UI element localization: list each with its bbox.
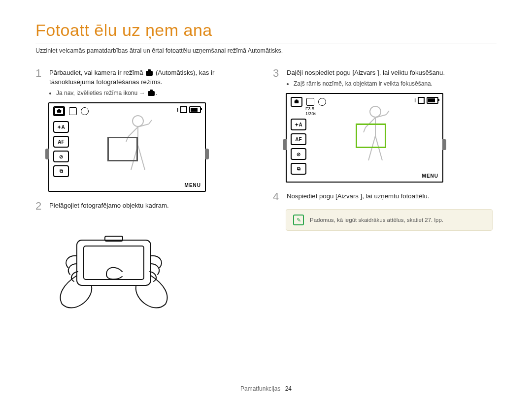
step-4: 4 Nospiediet pogu [Aizvars ], lai uzņemt… (273, 191, 497, 202)
battery-icon (189, 106, 201, 113)
step-3: 3 Daļēji nospiediet pogu [Aizvars ], lai… (273, 68, 497, 88)
slider-tab-left (45, 149, 49, 159)
slider-tab-right (205, 149, 209, 159)
battery-icon (427, 97, 438, 104)
flash-auto-icon: ✦A (53, 121, 69, 133)
step-text: Nospiediet pogu [Aizvars ], lai uzņemtu … (287, 191, 497, 201)
footer-section: Pamatfunkcijas (240, 385, 280, 392)
menu-label: MENU (185, 183, 201, 188)
drive-icon: ⧉ (53, 165, 69, 177)
shutter-value: 1/30s (305, 112, 316, 117)
hands-holding-camera-illustration (48, 216, 176, 315)
card-icon (180, 106, 187, 113)
timer-off-icon: ⊘ (291, 148, 306, 160)
step3-bullet: Zaļš rāmis nozīmē, ka objektam ir veikta… (294, 80, 497, 87)
slider-tab-left (283, 139, 287, 150)
footer-page-number: 24 (285, 385, 292, 392)
mode-camera-icon (291, 97, 302, 107)
step1-text-a: Pārbaudiet, vai kamera ir režīmā (49, 69, 145, 76)
camera-icon (148, 91, 155, 96)
exposure-readout: F3.5 1/30s (305, 107, 316, 117)
step-number: 1 (35, 68, 44, 97)
timer-off-icon: ⊘ (53, 151, 69, 162)
step-number: 4 (273, 191, 282, 202)
step-text: Pārbaudiet, vai kamera ir režīmā (Automā… (49, 68, 259, 87)
mode-icon (306, 98, 314, 106)
step1-bullet: Ja nav, izvēlieties režīma ikonu → . (56, 90, 259, 96)
step-2: 2 Pielāgojiet fotografējamo objektu kadr… (35, 201, 259, 212)
intro-text: Uzziniet veicamās pamatdarbības ātrai un… (35, 47, 497, 54)
note-text: Padomus, kā iegūt skaidrākus attēlus, sk… (310, 217, 443, 223)
af-icon: AF (291, 133, 306, 145)
lcd-side-icons: ✦A AF ⊘ ⧉ (53, 121, 69, 177)
title-rule (35, 43, 497, 43)
slider-tab-right (442, 139, 446, 150)
left-column: 1 Pārbaudiet, vai kamera ir režīmā (Auto… (35, 68, 259, 315)
step-number: 3 (273, 68, 282, 88)
lcd-preview-1: I ✦A AF ⊘ ⧉ (48, 102, 259, 192)
lcd-preview-2: F3.5 1/30s I ✦A AF ⊘ ⧉ (286, 93, 497, 183)
right-column: 3 Daļēji nospiediet pogu [Aizvars ], lai… (273, 68, 497, 315)
menu-label: MENU (422, 173, 438, 179)
step-text: Daļēji nospiediet pogu [Aizvars ], lai v… (287, 68, 497, 77)
card-icon (418, 97, 425, 104)
step1-bullet-text: Ja nav, izvēlieties režīma ikonu → (56, 90, 147, 96)
camera-icon (146, 71, 153, 76)
af-icon: AF (53, 136, 69, 148)
step-text: Pielāgojiet fotografējamo objektu kadram… (49, 201, 259, 210)
focus-frame (107, 137, 138, 161)
svg-rect-2 (84, 246, 144, 279)
flash-auto-icon: ✦A (291, 119, 306, 130)
svg-point-0 (133, 116, 143, 126)
step-number: 2 (35, 201, 44, 212)
bracket-icon: I (414, 98, 416, 103)
bracket-icon: I (177, 107, 178, 113)
note-icon: ✎ (293, 215, 304, 225)
mode-icon (69, 107, 77, 115)
page-title: Fotoatt ēlu uz ņem ana (35, 21, 497, 40)
focus-frame-locked (356, 123, 386, 148)
svg-point-4 (370, 106, 381, 117)
drive-icon: ⧉ (291, 163, 306, 175)
page-footer: Pamatfunkcijas 24 (0, 385, 532, 392)
mode-icon (318, 98, 326, 106)
mode-camera-icon (53, 106, 65, 116)
lcd-side-icons: ✦A AF ⊘ ⧉ (291, 119, 306, 175)
step-1: 1 Pārbaudiet, vai kamera ir režīmā (Auto… (35, 68, 259, 97)
tip-note: ✎ Padomus, kā iegūt skaidrākus attēlus, … (286, 209, 493, 231)
mode-icon (81, 107, 89, 115)
